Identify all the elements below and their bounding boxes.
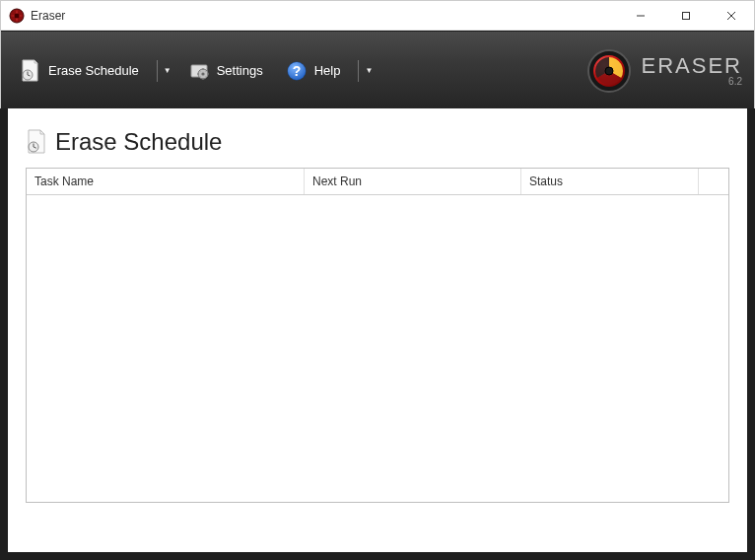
help-button[interactable]: ? Help: [279, 55, 347, 87]
chevron-down-icon[interactable]: ▼: [365, 66, 373, 75]
svg-rect-3: [683, 12, 690, 19]
settings-button[interactable]: Settings: [181, 55, 269, 87]
schedule-table: Task Name Next Run Status: [26, 168, 729, 503]
minimize-button[interactable]: [618, 1, 663, 31]
svg-text:?: ?: [292, 63, 301, 79]
titlebar: Eraser: [1, 1, 754, 31]
column-task-name[interactable]: Task Name: [27, 169, 305, 194]
divider: [157, 60, 158, 82]
table-body: [27, 195, 728, 502]
settings-label: Settings: [217, 63, 263, 78]
brand-logo-icon: [586, 48, 632, 94]
column-extra[interactable]: [699, 169, 728, 194]
document-clock-icon: [26, 129, 47, 155]
help-label: Help: [314, 63, 341, 78]
window-controls: [618, 1, 754, 31]
app-icon: [9, 8, 25, 24]
chevron-down-icon[interactable]: ▼: [164, 66, 172, 75]
window-title: Eraser: [31, 9, 65, 23]
erase-schedule-button[interactable]: Erase Schedule: [13, 55, 145, 87]
svg-point-1: [15, 13, 20, 18]
help-icon: ?: [285, 59, 309, 83]
table-header: Task Name Next Run Status: [27, 169, 728, 195]
erase-schedule-label: Erase Schedule: [48, 63, 139, 78]
brand: ERASER 6.2: [586, 48, 742, 94]
column-next-run[interactable]: Next Run: [305, 169, 521, 194]
brand-name: ERASER: [642, 55, 742, 77]
content: Erase Schedule Task Name Next Run Status: [0, 108, 755, 560]
divider: [358, 60, 359, 82]
main-panel: Erase Schedule Task Name Next Run Status: [8, 108, 747, 552]
page-title: Erase Schedule: [55, 128, 222, 156]
toolbar: Erase Schedule ▼ Settings: [1, 31, 754, 109]
maximize-button[interactable]: [663, 1, 709, 31]
svg-point-11: [201, 72, 204, 75]
gear-icon: [187, 59, 211, 83]
brand-version: 6.2: [642, 77, 742, 87]
svg-point-25: [605, 67, 613, 75]
document-clock-icon: [19, 59, 42, 83]
column-status[interactable]: Status: [521, 169, 699, 194]
close-button[interactable]: [709, 1, 754, 31]
